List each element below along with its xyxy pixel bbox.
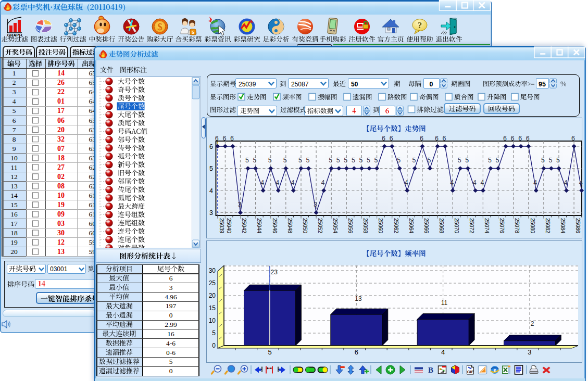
- svg-text:6: 6: [435, 135, 439, 142]
- svg-text:4: 4: [480, 179, 484, 186]
- svg-text:5: 5: [496, 157, 499, 164]
- svg-text:25039: 25039: [219, 218, 225, 233]
- svg-text:23: 23: [271, 269, 278, 276]
- svg-text:95: 95: [539, 81, 546, 88]
- svg-text:197: 197: [166, 302, 177, 310]
- svg-text:0: 0: [430, 81, 433, 88]
- svg-text:6: 6: [209, 143, 213, 150]
- svg-text:6: 6: [518, 135, 522, 142]
- svg-text:4: 4: [260, 179, 264, 186]
- svg-text:4: 4: [321, 179, 325, 186]
- svg-text:4.96: 4.96: [165, 293, 177, 301]
- svg-text:6: 6: [443, 135, 446, 142]
- svg-text:GIF: GIF: [467, 370, 474, 374]
- svg-text:5: 5: [283, 157, 287, 164]
- svg-text:0: 0: [212, 342, 216, 349]
- svg-text:0: 0: [169, 311, 173, 319]
- svg-text:3: 3: [314, 201, 317, 208]
- svg-text:25039: 25039: [239, 81, 256, 88]
- svg-text:25076: 25076: [499, 218, 505, 233]
- svg-text:25070: 25070: [454, 218, 460, 233]
- svg-text:6: 6: [526, 135, 530, 142]
- svg-text:5: 5: [548, 157, 552, 164]
- svg-text:25060: 25060: [378, 218, 384, 233]
- svg-text:25087: 25087: [291, 81, 309, 88]
- svg-text:25062: 25062: [393, 218, 399, 233]
- svg-text:5: 5: [336, 157, 340, 164]
- svg-text:4: 4: [405, 179, 408, 186]
- svg-text:2.99: 2.99: [165, 321, 177, 328]
- svg-text:20: 20: [209, 292, 216, 299]
- svg-text:25044: 25044: [256, 218, 262, 233]
- svg-text:4: 4: [564, 179, 568, 186]
- svg-text:5: 5: [268, 157, 272, 164]
- svg-text:4: 4: [209, 187, 213, 195]
- svg-text:5: 5: [209, 165, 213, 172]
- svg-text:25040: 25040: [226, 218, 232, 233]
- svg-text:4: 4: [276, 179, 279, 186]
- svg-text:30: 30: [209, 267, 216, 274]
- svg-text:5: 5: [397, 157, 401, 164]
- svg-text:25078: 25078: [514, 218, 520, 233]
- svg-text:4: 4: [579, 179, 583, 186]
- svg-text:5: 5: [344, 157, 347, 164]
- svg-text:6: 6: [511, 135, 515, 142]
- svg-text:25080: 25080: [530, 218, 536, 233]
- svg-text:5: 5: [212, 329, 216, 337]
- svg-text:3: 3: [169, 284, 173, 291]
- svg-text:4: 4: [450, 179, 454, 186]
- svg-text:2: 2: [531, 320, 534, 327]
- svg-text:11: 11: [441, 299, 448, 307]
- svg-text:3: 3: [209, 209, 213, 217]
- svg-text:0: 0: [169, 367, 173, 375]
- svg-text:6: 6: [571, 135, 575, 142]
- svg-text:5: 5: [352, 157, 355, 164]
- svg-text:5: 5: [412, 157, 416, 164]
- svg-text:5: 5: [268, 348, 271, 356]
- svg-text:4: 4: [441, 348, 445, 356]
- svg-text:25064: 25064: [408, 218, 415, 233]
- svg-text:0-6: 0-6: [166, 349, 176, 357]
- svg-text:6: 6: [169, 274, 173, 282]
- svg-text:5: 5: [367, 157, 370, 164]
- svg-text:25084: 25084: [560, 218, 566, 233]
- svg-text:6: 6: [215, 135, 219, 142]
- svg-text:6: 6: [420, 135, 423, 142]
- svg-text:6: 6: [222, 135, 226, 142]
- svg-text:25082: 25082: [545, 218, 551, 233]
- svg-text:25086: 25086: [575, 218, 581, 233]
- svg-text:6: 6: [503, 135, 507, 142]
- svg-text:25042: 25042: [241, 218, 247, 233]
- svg-text:5: 5: [465, 157, 469, 164]
- svg-text:25046: 25046: [272, 218, 278, 233]
- svg-text:6: 6: [382, 135, 385, 142]
- svg-text:B: B: [428, 366, 433, 374]
- svg-text:6: 6: [390, 135, 393, 142]
- svg-text:6: 6: [230, 135, 234, 142]
- svg-text:5: 5: [556, 157, 560, 164]
- svg-text:5: 5: [169, 358, 173, 365]
- svg-text:5: 5: [245, 157, 249, 164]
- svg-text:50: 50: [351, 81, 358, 88]
- svg-text:25072: 25072: [469, 218, 475, 233]
- svg-text:5: 5: [541, 157, 545, 164]
- svg-text:25050: 25050: [302, 218, 308, 233]
- svg-text:25: 25: [209, 280, 216, 287]
- svg-text:4: 4: [473, 179, 477, 186]
- svg-text:25052: 25052: [317, 218, 323, 233]
- svg-text:3: 3: [238, 201, 242, 208]
- svg-text:25074: 25074: [484, 218, 490, 233]
- svg-text:25048: 25048: [287, 218, 293, 233]
- svg-text:5: 5: [458, 157, 461, 164]
- svg-text:5: 5: [329, 157, 332, 164]
- svg-text:10: 10: [209, 317, 216, 324]
- svg-text:25054: 25054: [332, 218, 339, 233]
- svg-text:6: 6: [355, 348, 358, 356]
- svg-text:25058: 25058: [362, 218, 369, 233]
- svg-text:25056: 25056: [347, 218, 354, 233]
- svg-text:5: 5: [428, 157, 431, 164]
- svg-text:4: 4: [533, 179, 537, 186]
- svg-text:5: 5: [306, 157, 310, 164]
- svg-text:25068: 25068: [439, 218, 445, 233]
- svg-text:e: e: [494, 366, 496, 373]
